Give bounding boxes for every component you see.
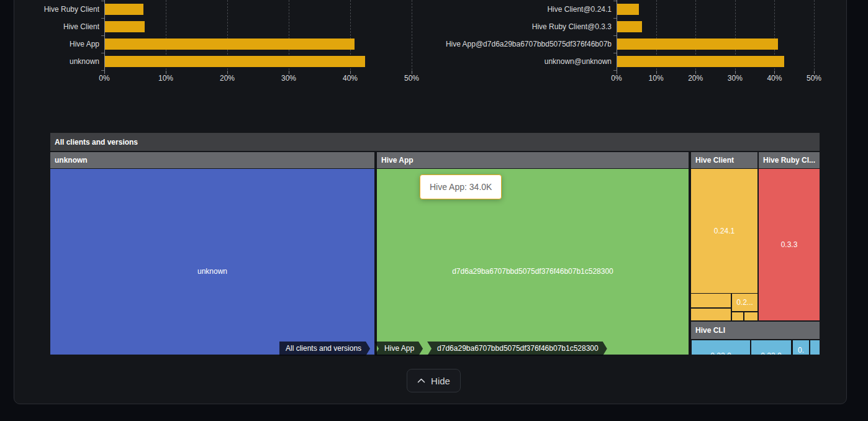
treemap-section-hive-app[interactable]: Hive App xyxy=(377,152,689,168)
dashboard-stage: 0%10%20%30%40%50%Hive Ruby ClientHive Cl… xyxy=(0,0,868,421)
treemap-cell-hive-cli-minor[interactable] xyxy=(810,340,820,355)
treemap-cell-hive-client-minor[interactable] xyxy=(691,309,731,320)
treemap-cell-label: 0.24.1 xyxy=(691,227,757,235)
breadcrumb-item[interactable]: d7d6a29ba6707bbd5075df376f46b07b1c528300 xyxy=(427,342,607,356)
treemap-cell-hive-client-0-24-1[interactable]: 0.24.1 xyxy=(691,169,757,293)
axis-tick-label: 0% xyxy=(89,74,119,83)
category-label: Hive Ruby Client@0.3.3 xyxy=(435,21,612,32)
category-label: Hive App@d7d6a29ba6707bbd5075df376f46b07… xyxy=(435,38,612,50)
breadcrumb-item[interactable]: All clients and versions xyxy=(279,342,370,356)
bar[interactable] xyxy=(617,4,639,15)
category-label: unknown@unknown xyxy=(435,56,612,67)
bar[interactable] xyxy=(105,38,355,50)
treemap-cell-unknown[interactable]: unknown xyxy=(50,169,374,355)
bar[interactable] xyxy=(617,56,784,67)
category-axis-tick xyxy=(101,1,104,1)
hide-button-label: Hide xyxy=(431,376,450,386)
bar[interactable] xyxy=(105,21,145,32)
axis-tick-label: 20% xyxy=(212,74,242,83)
category-label: Hive App xyxy=(6,38,99,50)
axis-tick-label: 0% xyxy=(602,74,631,83)
axis-tick-label: 10% xyxy=(151,74,181,83)
axis-tick-label: 40% xyxy=(335,74,365,83)
category-label: Hive Client@0.24.1 xyxy=(435,4,612,15)
axis-tick-label: 10% xyxy=(641,74,671,83)
axis-tick-label: 50% xyxy=(799,74,829,83)
bar[interactable] xyxy=(617,21,642,32)
treemap-tooltip: Hive App: 34.0K xyxy=(420,174,502,199)
treemap-cell-label: unknown xyxy=(50,267,374,276)
treemap-cell-hive-client-minor[interactable] xyxy=(744,312,757,320)
treemap-cell-label: 0.2... xyxy=(732,298,757,307)
category-axis-tick xyxy=(101,70,104,71)
axis-tick-label: 20% xyxy=(680,74,710,83)
axis-tick-label: 30% xyxy=(720,74,750,83)
treemap: All clients and versionsunknownHive AppH… xyxy=(50,133,820,355)
bar[interactable] xyxy=(105,56,365,67)
treemap-cell-hive-client-minor[interactable] xyxy=(732,312,743,320)
chevron-up-icon xyxy=(417,378,425,383)
treemap-section-unknown[interactable]: unknown xyxy=(50,152,374,168)
treemap-cell-label: d7d6a29ba6707bbd5075df376f46b07b1c528300 xyxy=(377,267,689,276)
axis-tick-label: 30% xyxy=(274,74,304,83)
treemap-cell-hive-ruby-0-3-3[interactable]: 0.3.3 xyxy=(759,169,820,320)
axis-tick-label: 50% xyxy=(397,74,427,83)
category-label: unknown xyxy=(6,56,99,67)
treemap-section-hive-cli[interactable]: Hive CLI xyxy=(691,322,820,339)
treemap-cell-hive-cli-0-23-0[interactable]: 0.23.0 xyxy=(692,340,750,355)
treemap-section-hive-client[interactable]: Hive Client xyxy=(691,152,757,168)
category-axis-tick xyxy=(613,70,617,71)
category-label: Hive Ruby Client xyxy=(6,4,99,15)
category-label: Hive Client xyxy=(6,21,99,32)
treemap-cell-label: 0.23.0 xyxy=(692,351,750,355)
category-axis-tick xyxy=(613,53,617,53)
treemap-breadcrumb: All clients and versionsHive Appd7d6a29b… xyxy=(279,342,607,356)
treemap-section-hive-ruby-client[interactable]: Hive Ruby Cl... xyxy=(759,152,820,168)
treemap-root-header[interactable]: All clients and versions xyxy=(50,133,820,151)
gridline xyxy=(814,0,815,70)
treemap-cell-label: 0.23.0 xyxy=(751,351,791,355)
category-axis-tick xyxy=(613,18,617,19)
category-axis-tick xyxy=(613,35,617,36)
treemap-cell-hive-cli-0-23-0[interactable]: 0.23.0 xyxy=(751,340,791,355)
category-axis-tick xyxy=(101,53,104,53)
axis-tick-label: 40% xyxy=(759,74,789,83)
breadcrumb-item[interactable]: Hive App xyxy=(374,342,423,356)
tooltip-text: Hive App: 34.0K xyxy=(430,182,492,192)
category-axis-tick xyxy=(101,35,104,36)
category-axis-tick xyxy=(101,18,104,19)
treemap-cell-hive-client-0-2[interactable]: 0.2... xyxy=(732,294,757,311)
bar[interactable] xyxy=(617,38,778,50)
treemap-cell-label: 0. xyxy=(793,346,809,355)
treemap-cell-hive-client-minor[interactable] xyxy=(691,294,731,307)
treemap-cell-label: 0.3.3 xyxy=(759,240,820,249)
category-axis-tick xyxy=(613,1,617,1)
hide-button[interactable]: Hide xyxy=(407,369,461,392)
treemap-cell-hive-cli-0[interactable]: 0. xyxy=(793,340,809,355)
gridline xyxy=(412,0,412,70)
bar[interactable] xyxy=(105,4,143,15)
